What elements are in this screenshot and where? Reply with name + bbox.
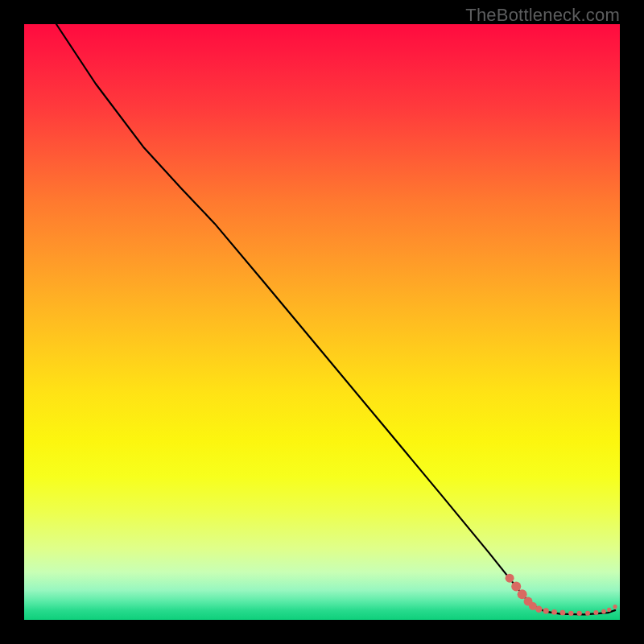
data-point — [551, 609, 557, 615]
data-point — [576, 611, 581, 616]
data-point — [511, 582, 521, 592]
data-point — [613, 605, 617, 609]
bottleneck-curve — [56, 24, 615, 614]
data-point — [543, 608, 549, 613]
data-point — [506, 574, 514, 583]
data-point — [535, 605, 542, 612]
data-points-group — [506, 574, 617, 616]
data-point — [585, 611, 590, 616]
data-point — [607, 608, 611, 612]
chart-overlay-svg — [24, 24, 620, 620]
data-point — [518, 589, 527, 599]
plot-area — [24, 24, 620, 620]
watermark-text: TheBottleneck.com — [465, 5, 620, 26]
data-point — [560, 610, 566, 616]
data-point — [568, 611, 573, 616]
chart-container: TheBottleneck.com — [0, 0, 644, 644]
data-point — [601, 609, 606, 614]
data-point — [593, 610, 598, 615]
